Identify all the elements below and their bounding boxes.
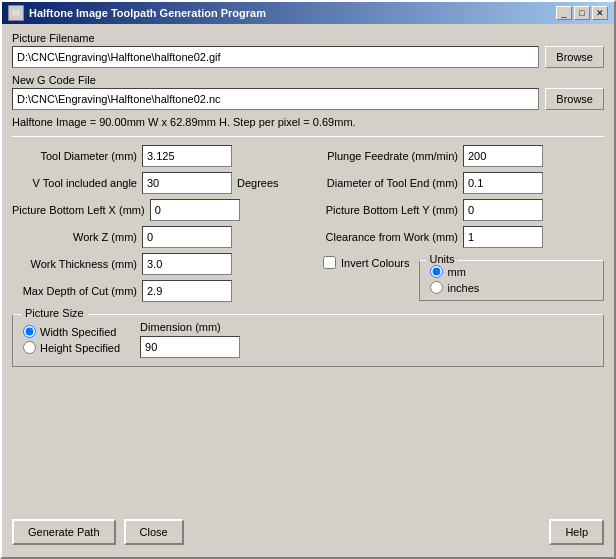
picture-size-radio-group: Width Specified Height Specified <box>23 325 120 354</box>
picture-size-groupbox: Picture Size Width Specified Height Spec… <box>12 314 604 367</box>
invert-colours-checkbox[interactable] <box>323 256 336 269</box>
picture-size-legend: Picture Size <box>21 307 88 319</box>
pic-bottom-left-y-row: Picture Bottom Left Y (mm) <box>313 199 604 221</box>
titlebar: H Halftone Image Toolpath Generation Pro… <box>2 2 614 24</box>
invert-colours-group: Invert Colours <box>323 256 409 269</box>
max-depth-cut-input[interactable] <box>142 280 232 302</box>
pic-bottom-left-y-label: Picture Bottom Left Y (mm) <box>313 203 458 217</box>
clearance-work-label: Clearance from Work (mm) <box>313 230 458 244</box>
pic-bottom-left-x-label: Picture Bottom Left X (mm) <box>12 203 145 217</box>
degrees-label: Degrees <box>237 177 279 189</box>
work-z-label: Work Z (mm) <box>12 231 137 243</box>
width-specified-row: Width Specified <box>23 325 120 338</box>
halftone-info: Halftone Image = 90.00mm W x 62.89mm H. … <box>12 116 604 128</box>
mm-radio-row: mm <box>430 265 593 278</box>
pic-bottom-left-y-input[interactable] <box>463 199 543 221</box>
dimension-label: Dimension (mm) <box>140 321 240 333</box>
gcode-file-label: New G Code File <box>12 74 604 86</box>
left-params: Tool Diameter (mm) V Tool included angle… <box>12 145 303 302</box>
work-thickness-label: Work Thickness (mm) <box>12 257 137 271</box>
work-z-input[interactable] <box>142 226 232 248</box>
content-area: Picture Filename Browse New G Code File … <box>2 24 614 557</box>
picture-filename-row: Browse <box>12 46 604 68</box>
invert-colours-label: Invert Colours <box>341 257 409 269</box>
separator-1 <box>12 136 604 137</box>
pic-bottom-left-x-input[interactable] <box>150 199 240 221</box>
pic-bottom-left-x-row: Picture Bottom Left X (mm) <box>12 199 303 221</box>
app-icon: H <box>8 5 24 21</box>
max-depth-cut-label: Max Depth of Cut (mm) <box>12 284 137 298</box>
gcode-browse-button[interactable]: Browse <box>545 88 604 110</box>
diameter-tool-end-row: Diameter of Tool End (mm) <box>313 172 604 194</box>
plunge-feedrate-input[interactable] <box>463 145 543 167</box>
dimension-group: Dimension (mm) <box>140 321 240 358</box>
dimension-input[interactable] <box>140 336 240 358</box>
diameter-tool-end-input[interactable] <box>463 172 543 194</box>
bottom-left-buttons: Generate Path Close <box>12 519 184 545</box>
generate-path-button[interactable]: Generate Path <box>12 519 116 545</box>
bottom-buttons-area: Generate Path Close Help <box>12 515 604 549</box>
max-depth-cut-row: Max Depth of Cut (mm) <box>12 280 303 302</box>
clearance-work-row: Clearance from Work (mm) <box>313 226 604 248</box>
right-params: Plunge Feedrate (mm/min) Diameter of Too… <box>313 145 604 302</box>
picture-size-content: Width Specified Height Specified Dimensi… <box>23 321 593 358</box>
inches-radio[interactable] <box>430 281 443 294</box>
params-area: Tool Diameter (mm) V Tool included angle… <box>12 145 604 302</box>
diameter-tool-end-label: Diameter of Tool End (mm) <box>313 177 458 189</box>
gcode-file-input[interactable] <box>12 88 539 110</box>
width-specified-radio[interactable] <box>23 325 36 338</box>
titlebar-left: H Halftone Image Toolpath Generation Pro… <box>8 5 266 21</box>
work-thickness-row: Work Thickness (mm) <box>12 253 303 275</box>
height-specified-radio[interactable] <box>23 341 36 354</box>
height-specified-row: Height Specified <box>23 341 120 354</box>
minimize-button[interactable]: _ <box>556 6 572 20</box>
plunge-feedrate-row: Plunge Feedrate (mm/min) <box>313 145 604 167</box>
picture-filename-group: Picture Filename Browse <box>12 32 604 68</box>
units-legend: Units <box>426 253 457 265</box>
mm-label: mm <box>447 266 465 278</box>
inches-radio-row: inches <box>430 281 593 294</box>
clearance-work-input[interactable] <box>463 226 543 248</box>
help-button[interactable]: Help <box>549 519 604 545</box>
tool-diameter-input[interactable] <box>142 145 232 167</box>
units-groupbox: Units mm inches <box>419 260 604 301</box>
width-specified-label: Width Specified <box>40 326 116 338</box>
v-tool-angle-label: V Tool included angle <box>12 176 137 190</box>
v-tool-angle-input[interactable] <box>142 172 232 194</box>
invert-units-row: Invert Colours Units mm inches <box>313 256 604 301</box>
v-tool-angle-row: V Tool included angle Degrees <box>12 172 303 194</box>
tool-diameter-row: Tool Diameter (mm) <box>12 145 303 167</box>
picture-browse-button[interactable]: Browse <box>545 46 604 68</box>
inches-label: inches <box>447 282 479 294</box>
picture-filename-label: Picture Filename <box>12 32 604 44</box>
height-specified-label: Height Specified <box>40 342 120 354</box>
plunge-feedrate-label: Plunge Feedrate (mm/min) <box>313 149 458 163</box>
tool-diameter-label: Tool Diameter (mm) <box>12 150 137 162</box>
titlebar-buttons: _ □ ✕ <box>556 6 608 20</box>
close-button[interactable]: Close <box>124 519 184 545</box>
main-window: H Halftone Image Toolpath Generation Pro… <box>0 0 616 559</box>
picture-filename-input[interactable] <box>12 46 539 68</box>
work-thickness-input[interactable] <box>142 253 232 275</box>
gcode-file-row: Browse <box>12 88 604 110</box>
mm-radio[interactable] <box>430 265 443 278</box>
maximize-button[interactable]: □ <box>574 6 590 20</box>
close-window-button[interactable]: ✕ <box>592 6 608 20</box>
window-title: Halftone Image Toolpath Generation Progr… <box>29 7 266 19</box>
gcode-file-group: New G Code File Browse <box>12 74 604 110</box>
units-radio-group: mm inches <box>430 265 593 294</box>
work-z-row: Work Z (mm) <box>12 226 303 248</box>
